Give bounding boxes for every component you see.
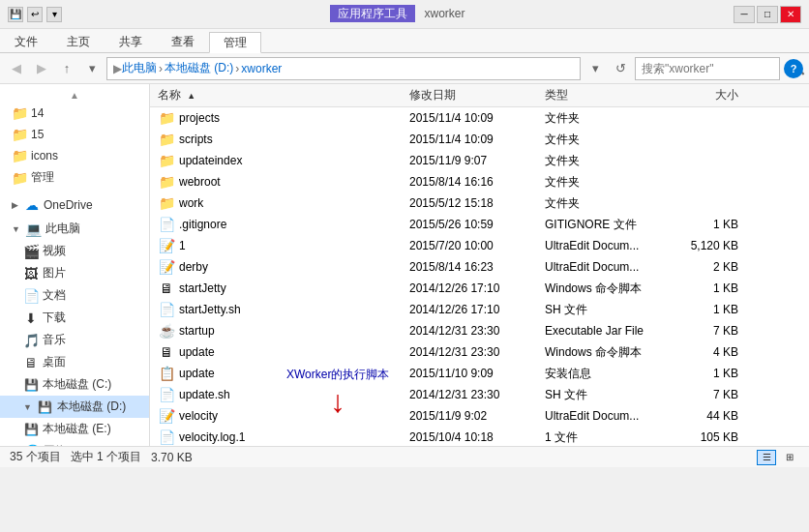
minimize-btn[interactable]: ─ (734, 6, 755, 23)
info-btn[interactable]: ? (784, 59, 803, 78)
file-name: startup (179, 324, 409, 338)
refresh-btn[interactable]: ↺ (610, 58, 631, 79)
view-details-btn[interactable]: ☰ (757, 450, 776, 465)
table-row[interactable]: 📄 startJetty.sh 2014/12/26 17:10 SH 文件 1… (150, 299, 809, 320)
table-row[interactable]: 📁 projects 2015/11/4 10:09 文件夹 (150, 107, 809, 129)
sidebar-item-video[interactable]: 🎬 视频 (0, 240, 149, 262)
table-row[interactable]: 📝 velocity 2015/11/9 9:02 UltraEdit Docu… (150, 405, 809, 427)
path-drive[interactable]: 本地磁盘 (D:) (165, 60, 233, 76)
maximize-btn[interactable]: □ (757, 6, 778, 23)
sidebar-label-video: 视频 (43, 243, 66, 259)
sidebar-item-doc[interactable]: 📄 文档 (0, 284, 149, 307)
col-header-name[interactable]: 名称 ▲ (158, 87, 409, 103)
status-total: 35 个项目 (10, 449, 61, 465)
file-date: 2015/8/14 16:16 (409, 175, 545, 189)
folder-icon-14: 📁 (12, 105, 27, 121)
file-date: 2015/11/10 9:09 (409, 367, 545, 380)
file-icon: 📁 (158, 152, 175, 169)
col-header-date[interactable]: 修改日期 (409, 87, 545, 103)
file-icon: 📄 (158, 301, 175, 318)
app-tools-label: 应用程序工具 (330, 5, 415, 22)
filelist-header: 名称 ▲ 修改日期 类型 大小 (150, 84, 809, 107)
file-type: SH 文件 (545, 302, 661, 318)
path-dropdown[interactable]: ▾ (584, 58, 606, 79)
status-selected: 选中 1 个项目 (71, 449, 141, 465)
file-icon: 🖥 (158, 343, 175, 361)
nav-back[interactable]: ◀ (6, 58, 27, 79)
file-date: 2015/5/12 15:18 (409, 196, 545, 210)
sidebar-item-e[interactable]: 💾 本地磁盘 (E:) (0, 418, 149, 440)
close-btn[interactable]: ✕ (780, 6, 801, 23)
search-box[interactable]: 🔍 (635, 57, 780, 80)
path-thispc[interactable]: 此电脑 (122, 60, 157, 76)
table-row[interactable]: 📄 velocity.log.1 2015/10/4 10:18 1 文件 10… (150, 427, 809, 446)
search-input[interactable] (642, 62, 787, 75)
view-icons-btn[interactable]: ⊞ (780, 450, 799, 465)
table-row[interactable]: ☕ startup 2014/12/31 23:30 Executable Ja… (150, 320, 809, 341)
path-sep-1: › (159, 62, 163, 75)
network-icon: 🌐 (24, 444, 40, 447)
sidebar-item-14[interactable]: 📁 14 (0, 103, 149, 124)
sidebar-label-d: 本地磁盘 (D:) (57, 399, 126, 415)
tab-manage[interactable]: 管理 (209, 32, 261, 53)
thispc-icon: 💻 (26, 222, 42, 237)
sidebar-item-download[interactable]: ⬇ 下载 (0, 307, 149, 329)
table-row[interactable]: 📄 update.sh 2014/12/31 23:30 SH 文件 7 KB (150, 384, 809, 405)
table-row[interactable]: 📄 .gitignore 2015/5/26 10:59 GITIGNORE 文… (150, 214, 809, 235)
file-name: webroot (179, 175, 409, 189)
quick-access-undo[interactable]: ↩ (27, 7, 43, 22)
table-row[interactable]: 📝 1 2015/7/20 10:00 UltraEdit Docum... 5… (150, 235, 809, 256)
table-row[interactable]: 📋 update 2015/11/10 9:09 安装信息 1 KB (150, 363, 809, 384)
file-date: 2015/8/14 16:23 (409, 260, 545, 274)
table-row[interactable]: 📁 work 2015/5/12 15:18 文件夹 (150, 192, 809, 214)
sidebar-item-guanli[interactable]: 📁 管理 (0, 166, 149, 189)
nav-recent[interactable]: ▾ (81, 58, 103, 79)
sidebar-item-desktop[interactable]: 🖥 桌面 (0, 351, 149, 373)
window-controls: ─ □ ✕ (734, 6, 801, 23)
table-row[interactable]: 📁 scripts 2015/11/4 10:09 文件夹 (150, 129, 809, 150)
doc-icon: 📄 (23, 288, 39, 304)
address-path[interactable]: ▶ 此电脑 › 本地磁盘 (D:) › xworker (106, 57, 581, 80)
sidebar-item-c[interactable]: 💾 本地磁盘 (C:) (0, 373, 149, 396)
file-date: 2015/5/26 10:59 (409, 218, 545, 231)
quick-access-down[interactable]: ▾ (46, 7, 62, 22)
table-row[interactable]: 📝 derby 2015/8/14 16:23 UltraEdit Docum.… (150, 256, 809, 278)
file-type: UltraEdit Docum... (545, 409, 661, 423)
sidebar-item-d[interactable]: ▼ 💾 本地磁盘 (D:) (0, 396, 149, 418)
table-row[interactable]: 📁 updateindex 2015/11/9 9:07 文件夹 (150, 150, 809, 171)
file-date: 2015/11/9 9:02 (409, 409, 545, 423)
file-name: 1 (179, 239, 409, 252)
quick-access-save[interactable]: 💾 (8, 7, 23, 22)
file-name: scripts (179, 133, 409, 146)
sidebar-label-icons: icons (31, 149, 58, 163)
file-type: Executable Jar File (545, 324, 661, 338)
col-header-size[interactable]: 大小 (661, 87, 738, 103)
sidebar-item-15[interactable]: 📁 15 (0, 124, 149, 145)
path-folder[interactable]: xworker (241, 62, 282, 75)
nav-up[interactable]: ↑ (56, 58, 77, 79)
tab-view[interactable]: 查看 (157, 31, 209, 52)
table-row[interactable]: 📁 webroot 2015/8/14 16:16 文件夹 (150, 171, 809, 192)
file-date: 2015/11/9 9:07 (409, 154, 545, 167)
sidebar-item-music[interactable]: 🎵 音乐 (0, 329, 149, 351)
file-size: 105 KB (661, 430, 738, 444)
tab-file[interactable]: 文件 (0, 31, 52, 52)
col-header-type[interactable]: 类型 (545, 87, 661, 103)
sidebar-item-network[interactable]: ▶ 🌐 网络 (0, 440, 149, 446)
sidebar-item-icons[interactable]: 📁 icons (0, 145, 149, 166)
sort-arrow-name: ▲ (187, 91, 195, 101)
sidebar-label-c: 本地磁盘 (C:) (43, 376, 111, 393)
sidebar-item-picture[interactable]: 🖼 图片 (0, 262, 149, 284)
table-row[interactable]: 🖥 startJetty 2014/12/26 17:10 Windows 命令… (150, 278, 809, 299)
file-icon: 📝 (158, 407, 175, 425)
file-type: GITIGNORE 文件 (545, 217, 661, 233)
nav-forward[interactable]: ▶ (31, 58, 52, 79)
table-row[interactable]: 🖥 update 2014/12/31 23:30 Windows 命令脚本 4… (150, 341, 809, 363)
sidebar-item-thispc[interactable]: ▼ 💻 此电脑 (0, 218, 149, 240)
file-type: 文件夹 (545, 110, 661, 127)
sidebar-item-onedrive[interactable]: ▶ ☁ OneDrive (0, 194, 149, 216)
file-icon: 📁 (158, 109, 175, 127)
tab-share[interactable]: 共享 (105, 31, 157, 52)
desktop-icon: 🖥 (23, 355, 39, 370)
tab-home[interactable]: 主页 (52, 31, 105, 52)
